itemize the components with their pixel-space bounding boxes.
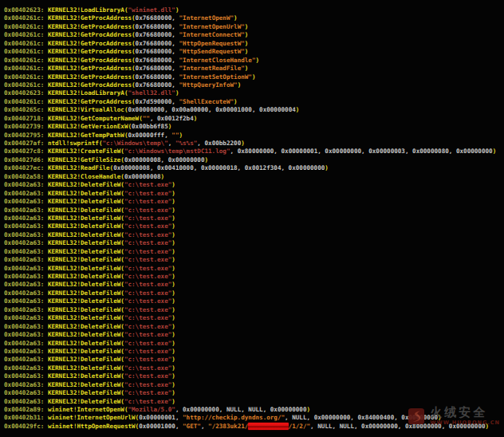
log-segment-path: "c:\test.exe" (124, 222, 171, 230)
log-segment-fn: KERNEL32!DeleteFileW( (48, 356, 124, 363)
log-segment-fn: KERNEL32!DeleteFileW( (48, 381, 124, 388)
log-segment-fn: ) (171, 239, 175, 246)
log-line: 0x00402a63: KERNEL32!DeleteFileW("c:\tes… (4, 207, 504, 215)
log-segment-fn: ) (171, 297, 175, 305)
log-segment-fn: ) (486, 423, 490, 430)
log-segment-name: "InternetOpenW" (179, 14, 234, 22)
log-segment-addr: 0x00402a63: (4, 331, 48, 338)
log-segment-addr: 0x0040261c: (4, 48, 48, 55)
log-line: 0x00402a63: KERNEL32!DeleteFileW("c:\tes… (4, 389, 504, 397)
log-line: 0x00402a89: wininet!InternetOpenW("Mozil… (4, 406, 504, 414)
log-segment-name: "HttpSendRequestW" (179, 48, 244, 55)
log-segment-fn: ) (171, 256, 175, 263)
log-segment-path: "c:\test.exe" (124, 398, 171, 405)
log-segment-name: "InternetReadFile" (179, 65, 244, 72)
log-line: 0x0040261c: KERNEL32!GetProcAddress(0x76… (4, 31, 504, 39)
log-line: 0x00402a63: KERNEL32!DeleteFileW("c:\tes… (4, 198, 504, 206)
log-line: 0x00402a63: KERNEL32!DeleteFileW("c:\tes… (4, 256, 504, 264)
log-segment-addr: 0x00402a63: (4, 289, 48, 297)
log-segment-fn: ) (171, 289, 175, 297)
log-line: 0x0040261c: KERNEL32!GetProcAddress(0x76… (4, 57, 504, 65)
log-line: 0x00402a63: KERNEL32!DeleteFileW("c:\tes… (4, 239, 504, 247)
log-segment-fn: ) (171, 190, 175, 197)
log-segment-num: 0x76680000, (136, 23, 179, 30)
log-segment-fn: ) (245, 23, 249, 30)
log-segment-name: /1/2/" (289, 423, 310, 430)
log-segment-fn: KERNEL32!DeleteFileW( (48, 289, 124, 297)
log-segment-fn: wininet!HttpOpenRequestW( (48, 423, 139, 430)
log-segment-fn: KERNEL32!DeleteFileW( (48, 239, 124, 246)
log-segment-addr: 0x00402739: (4, 123, 48, 130)
log-segment-addr: 0x0040261c: (4, 81, 48, 89)
log-segment-fn: KERNEL32!DeleteFileW( (48, 348, 124, 355)
log-segment-addr: 0x004027ec: (4, 164, 48, 171)
log-segment-fn: KERNEL32!GetTempPathW( (48, 132, 128, 139)
log-segment-fn: KERNEL32!DeleteFileW( (48, 398, 124, 405)
log-segment-fn: ) (493, 148, 497, 155)
log-line: 0x00402a63: KERNEL32!DeleteFileW("c:\tes… (4, 265, 504, 273)
log-line: 0x0040261c: KERNEL32!GetProcAddress(0x76… (4, 81, 504, 89)
log-segment-fn: KERNEL32!GetComputerNameW( (48, 115, 143, 122)
log-segment-fn: ) (171, 372, 175, 380)
log-segment-num: 0x76680000, (136, 14, 179, 22)
log-segment-addr: 0x00402a63: (4, 364, 48, 372)
log-segment-num: , (168, 140, 175, 147)
log-line: 0x00402718: KERNEL32!GetComputerNameW(""… (4, 115, 504, 123)
log-segment-addr: 0x00402a63: (4, 248, 48, 255)
log-segment-name: "http://checkip.dyndns.org/" (183, 414, 285, 421)
log-segment-path: "c:\Windows\temp\" (102, 140, 167, 147)
log-line: 0x00402739: KERNEL32!GetVersionExW(0x00b… (4, 123, 504, 131)
log-segment-num: 0x76680000, (136, 73, 179, 81)
log-segment-num: 0x00000fff, (128, 132, 171, 139)
log-segment-fn: ) (171, 231, 175, 238)
log-segment-path: "c:\test.exe" (124, 297, 171, 305)
log-segment-num: 0x00000000, 0x00a00000, 0x00001000, 0x00… (128, 106, 295, 113)
log-segment-num: 0x00000008, 0x00410000, 0x00000018, 0x00… (113, 164, 325, 171)
log-segment-addr: 0x00402a63: (4, 181, 48, 188)
log-segment-num: 0x76680000, (136, 40, 179, 47)
log-segment-addr: 0x00402a63: (4, 356, 48, 363)
log-line: 0x00402a63: KERNEL32!DeleteFileW("c:\tes… (4, 215, 504, 222)
log-segment-addr: 0x004027c8: (4, 148, 48, 155)
log-segment-fn: ) (438, 414, 442, 421)
log-segment-addr: 0x0040261c: (4, 73, 48, 81)
log-segment-fn: KERNEL32!DeleteFileW( (48, 297, 124, 305)
log-segment-num: 0x76680000, (136, 81, 179, 89)
log-segment-num: , NULL, NULL, 0x00000000, 0x80000000, 0x… (310, 423, 485, 430)
log-segment-num: 0x00000008, 0x00000000 (124, 156, 205, 163)
log-line: 0x00402a63: KERNEL32!DeleteFileW("c:\tes… (4, 340, 504, 348)
log-line: 0x00402a63: KERNEL32!DeleteFileW("c:\tes… (4, 231, 504, 239)
log-segment-addr: 0x00402a63: (4, 381, 48, 388)
log-segment-path: "c:\test.exe" (124, 289, 171, 297)
log-line: 0x004027af: ntdll!swprintf("c:\Windows\t… (4, 140, 504, 148)
log-segment-path: "c:\test.exe" (124, 231, 171, 238)
log-segment-addr: 0x0040261c: (4, 40, 48, 47)
log-segment-fn: ) (171, 314, 175, 321)
log-segment-num: 0x7d590000, (136, 98, 179, 105)
log-line: 0x0040265c: KERNEL32!VirtualAlloc(0x0000… (4, 106, 504, 114)
log-segment-fn: KERNEL32!DeleteFileW( (48, 372, 124, 380)
log-line: 0x00402a63: KERNEL32!DeleteFileW("c:\tes… (4, 289, 504, 297)
api-log: 0x00402623: KERNEL32!LoadLibraryA("winin… (0, 0, 504, 431)
log-segment-num: , 0x0012f2b4 (150, 115, 194, 122)
log-segment-path: "c:\test.exe" (124, 181, 171, 188)
log-segment-addr: 0x00402a58: (4, 173, 48, 180)
log-segment-path: "c:\test.exe" (124, 273, 171, 280)
log-segment-addr: 0x0040261c: (4, 57, 48, 64)
log-segment-addr: 0x00402a63: (4, 231, 48, 238)
log-segment-fn: ) (325, 164, 329, 171)
log-segment-name: "InternetConnectW" (179, 31, 244, 38)
log-segment-addr: 0x00402a63: (4, 239, 48, 246)
api-trace-console: 0x00402623: KERNEL32!LoadLibraryA("winin… (0, 0, 504, 437)
log-segment-fn: ) (161, 173, 165, 180)
log-segment-fn: KERNEL32!GetProcAddress( (48, 48, 136, 55)
log-segment-fn: KERNEL32!DeleteFileW( (48, 207, 124, 214)
log-segment-addr: 0x00402a63: (4, 314, 48, 321)
log-segment-fn: KERNEL32!DeleteFileW( (48, 231, 124, 238)
log-segment-fn: KERNEL32!DeleteFileW( (48, 265, 124, 272)
log-segment-fn: KERNEL32!DeleteFileW( (48, 281, 124, 288)
log-line: 0x00402623: KERNEL32!LoadLibraryA("winin… (4, 6, 504, 14)
log-segment-num: , 0x00000000, NULL, NULL, 0x00000000 (175, 406, 307, 413)
log-segment-addr: 0x00402a63: (4, 306, 48, 313)
log-segment-fn: ) (171, 222, 175, 230)
